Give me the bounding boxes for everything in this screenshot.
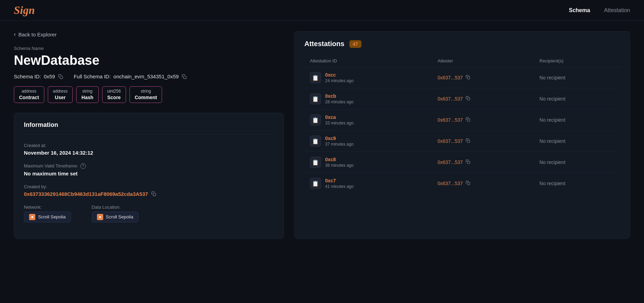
svg-rect-3 [467,77,470,79]
att-id-cell-5: 📋 0xc7 41 minutes ago [304,173,432,194]
att-id-cell-1: 📋 0xcb 28 minutes ago [304,88,432,110]
copy-attester-icon-4[interactable] [466,159,470,165]
back-to-explorer-link[interactable]: ‹ Back to Explorer [14,31,284,37]
att-id-cell-4: 📋 0xc8 38 minutes ago [304,152,432,173]
copy-schema-id-icon[interactable] [58,74,63,79]
tag-comment-type: string [141,89,151,94]
schema-id-value: 0x59 [44,73,55,79]
table-row[interactable]: 📋 0xc7 41 minutes ago 0x637...537 [304,173,620,194]
copy-attester-icon-3[interactable] [466,138,470,144]
tag-contract-name: Contract [19,94,39,101]
col-recipient: Recipient(s) [534,55,620,67]
attester-value-4[interactable]: 0x637...537 [438,159,528,165]
att-icon-3: 📋 [310,136,321,147]
table-row[interactable]: 📋 0xca 33 minutes ago 0x637...537 [304,110,620,131]
tag-user-name: User [55,94,65,101]
full-schema-id-item: Full Schema ID: onchain_evm_534351_0x59 [74,73,187,79]
attester-value-0[interactable]: 0x637...537 [438,75,528,80]
table-row[interactable]: 📋 0xc9 37 minutes ago 0x637...537 [304,131,620,152]
att-icon-5: 📋 [310,178,321,189]
svg-rect-2 [153,193,156,196]
copy-attester-icon-5[interactable] [466,181,470,186]
att-icon-1: 📋 [310,93,321,104]
att-time-1: 28 minutes ago [325,99,354,104]
attester-value-3[interactable]: 0x637...537 [438,138,528,144]
copy-full-schema-id-icon[interactable] [181,74,187,79]
max-timeframe-row: Maximum Valid Timeframe: ? No maximum ti… [24,163,274,176]
svg-rect-8 [467,182,470,185]
col-attester: Attester [432,55,534,67]
network-row: Network: ■ Scroll Sepolia Data Location:… [24,205,274,223]
att-id-link-5[interactable]: 0xc7 [325,178,354,183]
att-time-5: 41 minutes ago [325,184,354,189]
svg-rect-4 [467,98,470,100]
full-schema-id-label: Full Schema ID: [74,73,111,79]
att-time-4: 38 minutes ago [325,163,354,168]
att-id-link-0[interactable]: 0xcc [325,72,354,78]
att-recipient-cell-0: No recipient [534,67,620,88]
created-by-label: Created by: [24,184,274,189]
table-row[interactable]: 📋 0xcc 24 minutes ago 0x637...537 [304,67,620,88]
att-id-info-5: 0xc7 41 minutes ago [325,178,354,189]
network-label: Network: [24,205,71,210]
schema-name-label: Schema Name [14,46,284,51]
attester-value-2[interactable]: 0x637...537 [438,117,528,123]
att-attester-cell-1: 0x637...537 [432,88,534,110]
att-recipient-cell-2: No recipient [534,110,620,131]
attester-value-1[interactable]: 0x637...537 [438,96,528,102]
copy-attester-icon-2[interactable] [466,117,470,123]
att-id-link-3[interactable]: 0xc9 [325,136,354,141]
att-attester-cell-0: 0x637...537 [432,67,534,88]
att-id-cell-2: 📋 0xca 33 minutes ago [304,110,432,131]
information-title: Information [24,121,274,135]
attestations-title: Attestations [304,40,345,48]
att-time-0: 24 minutes ago [325,78,354,83]
navbar: Sign Schema Attestation [0,0,644,21]
network-section: Network: ■ Scroll Sepolia [24,205,71,223]
help-icon[interactable]: ? [80,163,86,169]
tag-hash-type: string [82,89,92,94]
tag-comment: string Comment [129,86,162,103]
full-schema-id-value: onchain_evm_534351_0x59 [114,73,179,79]
created-at-label: Created at: [24,143,274,148]
data-location-icon: ■ [97,214,103,220]
tag-user: address User [48,86,73,103]
attestations-count-badge: 47 [349,40,362,48]
nav-schema[interactable]: Schema [569,7,590,14]
data-location-value: Scroll Sepolia [106,214,134,219]
tag-score: uint256 Score [102,86,126,103]
svg-rect-6 [467,140,470,142]
tag-contract: address Contract [14,86,44,103]
svg-rect-0 [60,76,63,79]
schema-id-item: Schema ID: 0x59 [14,73,63,79]
data-location-label: Data Location: [92,205,139,210]
schema-tags: address Contract address User string Has… [14,86,284,103]
att-id-cell-0: 📋 0xcc 24 minutes ago [304,67,432,88]
att-attester-cell-5: 0x637...537 [432,173,534,194]
att-icon-4: 📋 [310,157,321,168]
att-id-cell-3: 📋 0xc9 37 minutes ago [304,131,432,152]
tag-score-type: uint256 [107,89,121,94]
nav-attestation[interactable]: Attestation [604,7,630,14]
att-id-info-2: 0xca 33 minutes ago [325,114,354,125]
created-by-value: 0x6373336291468Cb9463d131aF8069a52cda3A5… [24,191,148,197]
attestations-panel: Attestations 47 Attestation ID Attester … [294,31,630,239]
max-timeframe-label: Maximum Valid Timeframe: ? [24,163,274,169]
copy-created-by-icon[interactable] [151,191,156,197]
network-data-location: Network: ■ Scroll Sepolia Data Location:… [24,205,274,223]
schema-title: NewDatabase [14,53,284,68]
att-id-link-1[interactable]: 0xcb [325,93,354,99]
att-id-link-4[interactable]: 0xc8 [325,157,354,162]
copy-attester-icon-0[interactable] [466,75,470,80]
created-at-value: November 16, 2024 14:32:12 [24,150,274,156]
copy-attester-icon-1[interactable] [466,96,470,102]
table-row[interactable]: 📋 0xc8 38 minutes ago 0x637...537 [304,152,620,173]
table-row[interactable]: 📋 0xcb 28 minutes ago 0x637...537 [304,88,620,110]
att-attester-cell-2: 0x637...537 [432,110,534,131]
network-icon: ■ [29,214,35,220]
schema-ids: Schema ID: 0x59 Full Schema ID: onchain_… [14,73,284,79]
back-arrow-icon: ‹ [14,31,16,37]
att-id-link-2[interactable]: 0xca [325,114,354,120]
attester-value-5[interactable]: 0x637...537 [438,181,528,186]
created-at-row: Created at: November 16, 2024 14:32:12 [24,143,274,156]
